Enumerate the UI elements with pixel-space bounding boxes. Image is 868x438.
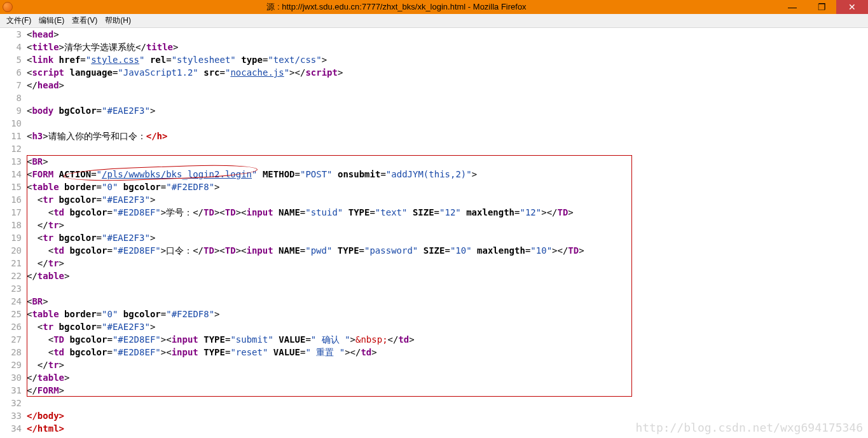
line-number: 3 — [0, 28, 27, 41]
line-number: 12 — [0, 142, 27, 155]
code-line[interactable]: 35 — [0, 435, 868, 438]
code-line[interactable]: 27 <TD bgcolor="#E2D8EF"><input TYPE="su… — [0, 333, 868, 346]
code-line[interactable]: 26 <tr bgcolor="#EAE2F3"> — [0, 320, 868, 333]
line-number: 33 — [0, 409, 27, 422]
source-view[interactable]: 3<head>4<title>清华大学选课系统</title>5<link hr… — [0, 28, 868, 438]
line-number: 17 — [0, 206, 27, 219]
line-content: <tr bgcolor="#EAE2F3"> — [27, 193, 868, 206]
firefox-icon — [3, 2, 13, 12]
line-content — [27, 142, 868, 155]
code-line[interactable]: 22</table> — [0, 270, 868, 282]
line-content: <td bgcolor="#E2D8EF">学号：</TD><TD><input… — [27, 206, 868, 219]
line-content: </body> — [27, 409, 868, 422]
line-number: 31 — [0, 384, 27, 397]
line-content: <BR> — [27, 155, 868, 168]
line-content — [27, 397, 868, 409]
line-content — [27, 435, 868, 438]
close-button[interactable]: ✕ — [836, 0, 868, 14]
code-line[interactable]: 30</table> — [0, 371, 868, 384]
code-line[interactable]: 25<table border="0" bgcolor="#F2EDF8"> — [0, 308, 868, 320]
line-number: 34 — [0, 422, 27, 435]
code-line[interactable]: 12 — [0, 142, 868, 155]
line-content: </table> — [27, 371, 868, 384]
line-number: 29 — [0, 359, 27, 371]
code-line[interactable]: 13<BR> — [0, 155, 868, 168]
menubar: 文件(F) 编辑(E) 查看(V) 帮助(H) — [0, 14, 868, 28]
window-controls: — ❐ ✕ — [778, 0, 868, 14]
window-title: 源 : http://jwxt.sdu.edu.cn:7777/zhxt_bks… — [15, 1, 778, 13]
line-number: 21 — [0, 257, 27, 270]
line-number: 25 — [0, 308, 27, 320]
code-line[interactable]: 4<title>清华大学选课系统</title> — [0, 41, 868, 53]
code-line[interactable]: 19 <tr bgcolor="#EAE2F3"> — [0, 231, 868, 244]
code-line[interactable]: 3<head> — [0, 28, 868, 41]
line-number: 9 — [0, 104, 27, 117]
line-number: 10 — [0, 117, 27, 130]
code-line[interactable]: 20 <td bgcolor="#E2D8EF">口令：</TD><TD><in… — [0, 244, 868, 257]
code-line[interactable]: 11<h3>请输入你的学号和口令：</h> — [0, 130, 868, 142]
line-content: <table border="0" bgcolor="#F2EDF8"> — [27, 181, 868, 193]
menu-view[interactable]: 查看(V) — [68, 15, 101, 26]
line-content: <tr bgcolor="#EAE2F3"> — [27, 231, 868, 244]
code-line[interactable]: 7</head> — [0, 79, 868, 92]
line-content: </tr> — [27, 219, 868, 231]
line-number: 23 — [0, 282, 27, 295]
code-line[interactable]: 18 </tr> — [0, 219, 868, 231]
line-number: 4 — [0, 41, 27, 53]
line-number: 5 — [0, 53, 27, 66]
code-line[interactable]: 31</FORM> — [0, 384, 868, 397]
code-line[interactable]: 6<script language="JavaScript1.2" src="n… — [0, 66, 868, 79]
line-number: 27 — [0, 333, 27, 346]
code-line[interactable]: 23 — [0, 282, 868, 295]
line-number: 8 — [0, 92, 27, 104]
code-line[interactable]: 9<body bgColor="#EAE2F3"> — [0, 104, 868, 117]
line-number: 35 — [0, 435, 27, 438]
line-number: 24 — [0, 295, 27, 308]
code-line[interactable]: 15<table border="0" bgcolor="#F2EDF8"> — [0, 181, 868, 193]
minimize-button[interactable]: — — [778, 0, 807, 14]
line-content: <script language="JavaScript1.2" src="no… — [27, 66, 868, 79]
line-number: 16 — [0, 193, 27, 206]
line-content: <body bgColor="#EAE2F3"> — [27, 104, 868, 117]
code-line[interactable]: 5<link href="style.css" rel="stylesheet"… — [0, 53, 868, 66]
watermark: http://blog.csdn.net/wxg694175346 — [635, 421, 863, 434]
line-content: <h3>请输入你的学号和口令：</h> — [27, 130, 868, 142]
line-number: 22 — [0, 270, 27, 282]
menu-file[interactable]: 文件(F) — [3, 15, 35, 26]
line-content: <table border="0" bgcolor="#F2EDF8"> — [27, 308, 868, 320]
line-number: 6 — [0, 66, 27, 79]
line-content: <title>清华大学选课系统</title> — [27, 41, 868, 53]
code-line[interactable]: 17 <td bgcolor="#E2D8EF">学号：</TD><TD><in… — [0, 206, 868, 219]
code-line[interactable]: 32 — [0, 397, 868, 409]
line-number: 28 — [0, 346, 27, 359]
code-line[interactable]: 28 <td bgcolor="#E2D8EF"><input TYPE="re… — [0, 346, 868, 359]
code-line[interactable]: 10 — [0, 117, 868, 130]
line-content: <FORM ACTION="/pls/wwwbks/bks_login2.log… — [27, 168, 868, 181]
code-line[interactable]: 8 — [0, 92, 868, 104]
line-content: <head> — [27, 28, 868, 41]
code-line[interactable]: 21 </tr> — [0, 257, 868, 270]
menu-edit[interactable]: 编辑(E) — [35, 15, 68, 26]
line-content: <td bgcolor="#E2D8EF"><input TYPE="reset… — [27, 346, 868, 359]
code-line[interactable]: 16 <tr bgcolor="#EAE2F3"> — [0, 193, 868, 206]
code-line[interactable]: 33</body> — [0, 409, 868, 422]
maximize-button[interactable]: ❐ — [807, 0, 836, 14]
line-number: 11 — [0, 130, 27, 142]
code-line[interactable]: 29 </tr> — [0, 359, 868, 371]
line-content: <BR> — [27, 295, 868, 308]
line-content: </head> — [27, 79, 868, 92]
line-content: </tr> — [27, 359, 868, 371]
code-line[interactable]: 14<FORM ACTION="/pls/wwwbks/bks_login2.l… — [0, 168, 868, 181]
line-content: <td bgcolor="#E2D8EF">口令：</TD><TD><input… — [27, 244, 868, 257]
line-number: 19 — [0, 231, 27, 244]
line-content: <link href="style.css" rel="stylesheet" … — [27, 53, 868, 66]
menu-help[interactable]: 帮助(H) — [101, 15, 135, 26]
line-content: </table> — [27, 270, 868, 282]
code-line[interactable]: 24<BR> — [0, 295, 868, 308]
line-number: 18 — [0, 219, 27, 231]
line-number: 7 — [0, 79, 27, 92]
line-content: </FORM> — [27, 384, 868, 397]
line-number: 15 — [0, 181, 27, 193]
line-content — [27, 117, 868, 130]
line-content: </tr> — [27, 257, 868, 270]
